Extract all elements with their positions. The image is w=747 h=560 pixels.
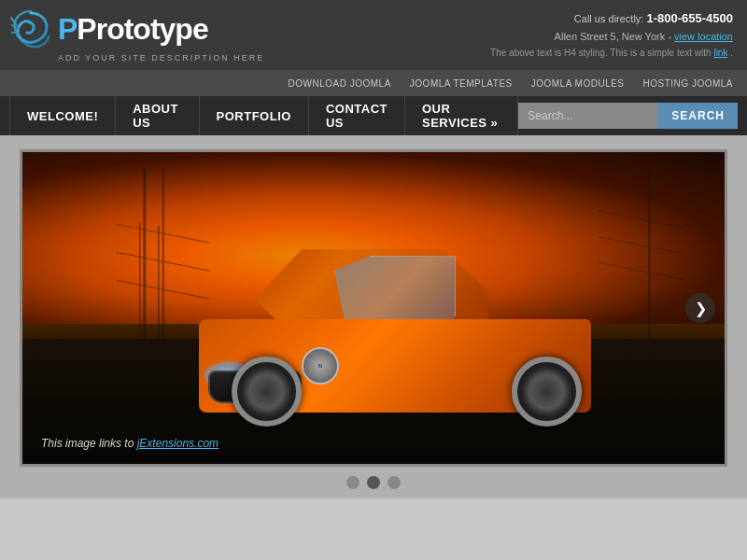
h4-text-prefix: The above text is H4 styling. This is a … xyxy=(490,48,712,58)
slide-dot-3[interactable] xyxy=(388,476,401,489)
nav-item-portfolio[interactable]: PORTFOLIO xyxy=(200,96,309,135)
h4-text-suffix: . xyxy=(730,48,733,58)
phone-line: Call us directly: 1-800-655-4500 xyxy=(490,9,733,29)
nav-links: WELCOME! ABOUT US PORTFOLIO CONTACT US O… xyxy=(9,96,518,135)
svg-line-9 xyxy=(598,236,684,253)
slide-caption-text: This image links to xyxy=(41,437,137,450)
search-button[interactable]: SEARCH xyxy=(658,103,738,129)
secondary-nav-item-download-joomla[interactable]: DOWNLOAD JOOMLA xyxy=(289,78,391,89)
call-label: Call us directly: xyxy=(574,13,644,24)
slide-container: N ❯ This image links to jExtensions.com xyxy=(20,149,727,467)
search-input[interactable] xyxy=(518,103,658,129)
car-image: N xyxy=(180,254,610,413)
svg-line-10 xyxy=(598,262,684,279)
secondary-nav: DOWNLOAD JOOMLA JOOMLA TEMPLATES JOOMLA … xyxy=(0,70,747,96)
main-nav: WELCOME! ABOUT US PORTFOLIO CONTACT US O… xyxy=(0,96,747,135)
search-area: SEARCH xyxy=(518,103,738,129)
nav-item-our-services[interactable]: OUR SERVICES » xyxy=(405,96,518,135)
secondary-nav-item-hosting-joomla[interactable]: HOSTING JOOMLA xyxy=(643,78,733,89)
secondary-nav-item-joomla-templates[interactable]: JOOMLA TEMPLATES xyxy=(410,78,513,89)
slide-caption: This image links to jExtensions.com xyxy=(41,437,218,450)
address-text: Allen Street 5, New York - xyxy=(555,31,671,42)
view-location-link[interactable]: view location xyxy=(674,31,733,42)
secondary-nav-item-joomla-modules[interactable]: JOOMLA MODULES xyxy=(531,78,625,89)
logo-text: PPrototype xyxy=(58,12,208,47)
nav-item-welcome[interactable]: WELCOME! xyxy=(9,96,116,135)
car-badge: N xyxy=(302,347,339,385)
top-bar: PPrototype ADD YOUR SITE DESCRIPTION HER… xyxy=(0,0,747,70)
slide-caption-link[interactable]: jExtensions.com xyxy=(137,437,218,450)
tagline: ADD YOUR SITE DESCRIPTION HERE xyxy=(9,53,264,63)
nav-item-about-us[interactable]: ABOUT US xyxy=(116,96,199,135)
address-line: Allen Street 5, New York - view location xyxy=(490,29,733,46)
h4-link[interactable]: link xyxy=(713,48,727,58)
phone-number: 1-800-655-4500 xyxy=(646,11,733,25)
logo-row: PPrototype xyxy=(9,8,264,51)
svg-line-8 xyxy=(598,211,684,228)
slide-dot-1[interactable] xyxy=(346,476,359,489)
slide-nav-right-button[interactable]: ❯ xyxy=(685,293,715,323)
h4-note: The above text is H4 styling. This is a … xyxy=(490,46,733,61)
logo-icon xyxy=(9,8,52,51)
car-wheel-left xyxy=(232,357,302,427)
car-wheel-right xyxy=(512,357,582,427)
logo-area: PPrototype ADD YOUR SITE DESCRIPTION HER… xyxy=(9,8,264,63)
contact-area: Call us directly: 1-800-655-4500 Allen S… xyxy=(490,9,733,60)
slide-dots xyxy=(346,476,401,489)
slide-background: N xyxy=(22,152,725,464)
nav-item-contact-us[interactable]: CONTACT US xyxy=(309,96,405,135)
slide-dot-2[interactable] xyxy=(367,476,380,489)
slideshow-wrapper: N ❯ This image links to jExtensions.com xyxy=(0,135,747,498)
